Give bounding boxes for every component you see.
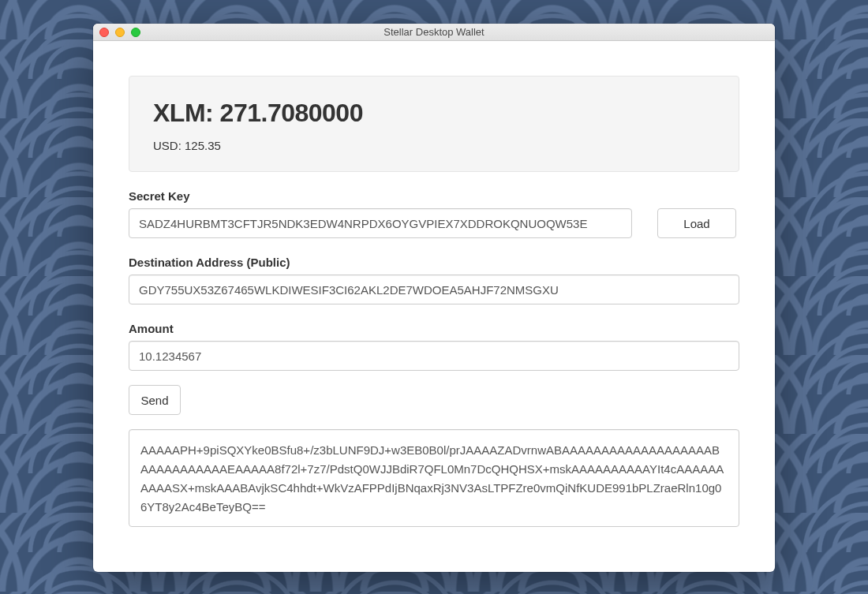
close-icon[interactable] — [99, 28, 109, 37]
titlebar[interactable]: Stellar Desktop Wallet — [93, 24, 775, 41]
amount-input[interactable] — [129, 341, 739, 371]
balance-main: XLM: 271.7080000 — [153, 99, 715, 128]
balance-panel: XLM: 271.7080000 USD: 125.35 — [129, 76, 739, 172]
secret-key-input[interactable] — [129, 208, 632, 238]
content-area: XLM: 271.7080000 USD: 125.35 Secret Key … — [93, 76, 775, 527]
send-button[interactable]: Send — [129, 385, 181, 415]
destination-input[interactable] — [129, 275, 739, 304]
secret-key-label: Secret Key — [129, 189, 739, 203]
destination-group: Destination Address (Public) — [129, 256, 739, 304]
balance-sub: USD: 125.35 — [153, 139, 715, 152]
secret-key-group: Secret Key Load — [129, 189, 739, 238]
window-title: Stellar Desktop Wallet — [93, 26, 775, 38]
traffic-lights — [99, 28, 140, 37]
load-button[interactable]: Load — [657, 208, 736, 238]
app-window: Stellar Desktop Wallet XLM: 271.7080000 … — [93, 24, 775, 572]
amount-label: Amount — [129, 322, 739, 335]
amount-group: Amount — [129, 322, 739, 371]
destination-label: Destination Address (Public) — [129, 256, 739, 269]
minimize-icon[interactable] — [115, 28, 125, 37]
maximize-icon[interactable] — [131, 28, 140, 37]
transaction-output[interactable]: AAAAAPH+9piSQXYke0BSfu8+/z3bLUNF9DJ+w3EB… — [129, 429, 739, 527]
